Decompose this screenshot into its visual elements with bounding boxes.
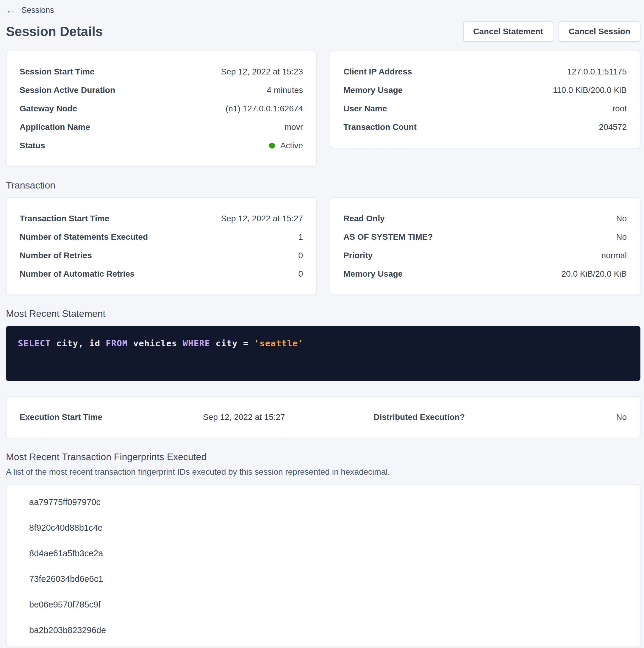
fingerprints-heading: Most Recent Transaction Fingerprints Exe… bbox=[6, 451, 640, 463]
sql-statement: SELECT city, id FROM vehicles WHERE city… bbox=[18, 338, 303, 348]
fingerprint-item: be06e9570f785c9f bbox=[29, 592, 627, 617]
execution-start-time-label: Execution Start Time bbox=[20, 413, 203, 422]
transaction-cards: Transaction Start Time Sep 12, 2022 at 1… bbox=[6, 198, 640, 295]
row-value: 204572 bbox=[599, 122, 627, 132]
cancel-statement-button[interactable]: Cancel Statement bbox=[463, 21, 553, 42]
back-arrow-icon: ← bbox=[6, 5, 15, 15]
fingerprints-description: A list of the most recent transaction fi… bbox=[6, 467, 640, 477]
application-name-row: Application Name movr bbox=[20, 118, 303, 137]
transaction-memory-usage-row: Memory Usage 20.0 KiB/20.0 KiB bbox=[343, 265, 627, 283]
row-label: Transaction Count bbox=[343, 122, 417, 132]
row-label: Client IP Address bbox=[343, 67, 412, 76]
client-ip-row: Client IP Address 127.0.0.1:51175 bbox=[343, 62, 627, 81]
row-label: Application Name bbox=[20, 122, 90, 132]
user-name-row: User Name root bbox=[343, 100, 627, 118]
row-label: Status bbox=[20, 141, 45, 150]
row-value: 1 bbox=[298, 232, 303, 242]
row-value: 20.0 KiB/20.0 KiB bbox=[562, 269, 627, 279]
cancel-session-button[interactable]: Cancel Session bbox=[559, 21, 640, 42]
row-label: Priority bbox=[343, 251, 372, 260]
as-of-system-time-row: AS OF SYSTEM TIME? No bbox=[343, 228, 627, 246]
fingerprint-item: 73fe26034bd6e6c1 bbox=[29, 566, 627, 592]
status-active-dot-icon bbox=[269, 143, 275, 149]
gateway-node-row: Gateway Node (n1) 127.0.0.1:62674 bbox=[20, 100, 303, 118]
read-only-row: Read Only No bbox=[343, 209, 627, 228]
row-value: movr bbox=[285, 122, 303, 132]
session-summary-cards: Session Start Time Sep 12, 2022 at 15:23… bbox=[6, 51, 640, 167]
fingerprint-item: 8d4ae61a5fb3ce2a bbox=[29, 540, 627, 566]
transaction-count-row: Transaction Count 204572 bbox=[343, 118, 627, 137]
row-value: 127.0.0.1:51175 bbox=[567, 67, 627, 76]
row-label: Number of Statements Executed bbox=[20, 232, 148, 242]
row-value: root bbox=[612, 104, 627, 113]
status-value: Active bbox=[269, 141, 303, 150]
transaction-start-time-row: Transaction Start Time Sep 12, 2022 at 1… bbox=[20, 209, 303, 228]
row-label: Read Only bbox=[343, 214, 385, 223]
status-label: Active bbox=[280, 141, 303, 150]
memory-usage-row: Memory Usage 110.0 KiB/200.0 KiB bbox=[343, 81, 627, 100]
row-value: Sep 12, 2022 at 15:27 bbox=[221, 214, 303, 223]
row-label: AS OF SYSTEM TIME? bbox=[343, 232, 433, 242]
row-label: Transaction Start Time bbox=[20, 214, 109, 223]
fingerprint-item: ba2b203b823296de bbox=[29, 617, 627, 643]
session-start-time-row: Session Start Time Sep 12, 2022 at 15:23 bbox=[20, 62, 303, 81]
gateway-node-link[interactable]: (n1) 127.0.0.1:62674 bbox=[226, 104, 303, 113]
fingerprints-card: aa79775ff097970c 8f920c40d88b1c4e 8d4ae6… bbox=[6, 485, 640, 647]
row-label: Number of Retries bbox=[20, 251, 92, 260]
row-label: Memory Usage bbox=[343, 269, 403, 279]
distributed-execution-label: Distributed Execution? bbox=[373, 413, 616, 422]
row-label: Session Active Duration bbox=[20, 86, 115, 95]
fingerprint-item: 8f920c40d88b1c4e bbox=[29, 515, 627, 540]
row-value: 0 bbox=[298, 251, 303, 260]
retries-row: Number of Retries 0 bbox=[20, 246, 303, 265]
transaction-section-heading: Transaction bbox=[6, 180, 640, 191]
row-value: 0 bbox=[298, 269, 303, 279]
row-value: Sep 12, 2022 at 15:23 bbox=[221, 67, 303, 76]
execution-start-time-value: Sep 12, 2022 at 15:27 bbox=[203, 413, 373, 422]
priority-row: Priority normal bbox=[343, 246, 627, 265]
execution-card: Execution Start Time Sep 12, 2022 at 15:… bbox=[6, 396, 640, 438]
row-value: No bbox=[616, 232, 627, 242]
transaction-left-card: Transaction Start Time Sep 12, 2022 at 1… bbox=[6, 198, 317, 295]
row-label: Gateway Node bbox=[20, 104, 77, 113]
automatic-retries-row: Number of Automatic Retries 0 bbox=[20, 265, 303, 283]
page-title: Session Details bbox=[6, 24, 103, 39]
most-recent-statement-heading: Most Recent Statement bbox=[6, 308, 640, 319]
execution-row: Execution Start Time Sep 12, 2022 at 15:… bbox=[20, 408, 627, 426]
row-label: User Name bbox=[343, 104, 387, 113]
most-recent-statement-code-block: SELECT city, id FROM vehicles WHERE city… bbox=[6, 326, 640, 381]
session-active-duration-row: Session Active Duration 4 minutes bbox=[20, 81, 303, 100]
row-label: Memory Usage bbox=[343, 86, 403, 95]
statements-executed-row: Number of Statements Executed 1 bbox=[20, 228, 303, 246]
page-header: Session Details Cancel Statement Cancel … bbox=[6, 21, 640, 42]
breadcrumb-label: Sessions bbox=[21, 6, 54, 15]
row-value: 110.0 KiB/200.0 KiB bbox=[552, 86, 627, 95]
distributed-execution-value: No bbox=[616, 413, 627, 422]
status-row: Status Active bbox=[20, 137, 303, 155]
client-info-card: Client IP Address 127.0.0.1:51175 Memory… bbox=[330, 51, 640, 148]
session-info-card: Session Start Time Sep 12, 2022 at 15:23… bbox=[6, 51, 317, 167]
row-value: No bbox=[616, 214, 627, 223]
header-buttons: Cancel Statement Cancel Session bbox=[463, 21, 640, 42]
transaction-right-card: Read Only No AS OF SYSTEM TIME? No Prior… bbox=[330, 198, 640, 295]
row-label: Number of Automatic Retries bbox=[20, 269, 134, 279]
row-label: Session Start Time bbox=[20, 67, 95, 76]
row-value: normal bbox=[601, 251, 627, 260]
session-details-page: ← Sessions Session Details Cancel Statem… bbox=[0, 0, 644, 648]
row-value: 4 minutes bbox=[267, 86, 303, 95]
fingerprint-item: aa79775ff097970c bbox=[29, 489, 627, 515]
breadcrumb[interactable]: ← Sessions bbox=[6, 4, 54, 16]
